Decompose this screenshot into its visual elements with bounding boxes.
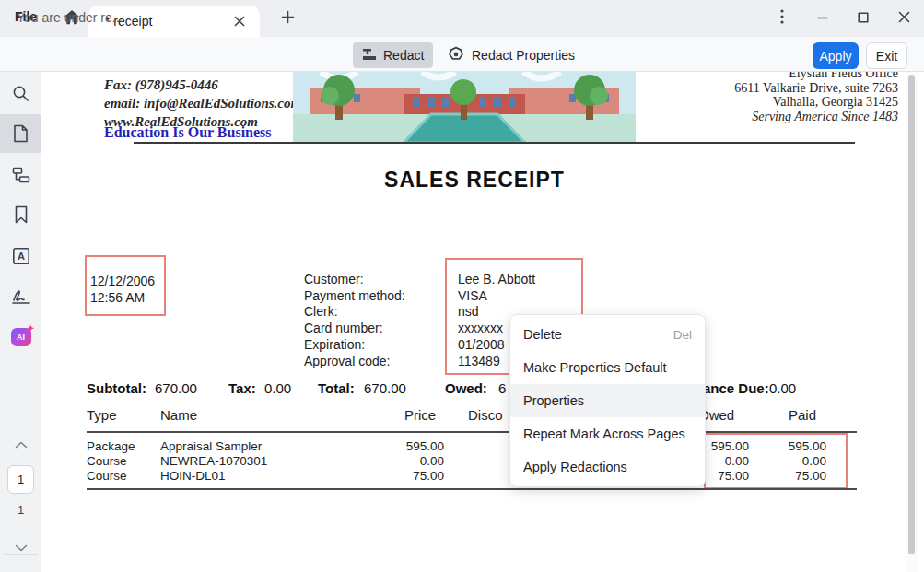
label-customer: Customer: [304, 272, 405, 288]
owed-value: 6 [498, 380, 506, 396]
sidebar-item-outline[interactable] [0, 159, 41, 191]
label-approval-code: Approval code: [304, 354, 405, 370]
row3-price: 75.00 [389, 469, 444, 483]
col-header-discount: Disco [468, 407, 503, 423]
label-clerk: Clerk: [304, 304, 405, 321]
receipt-address-block: Elysian Fields Office 6611 Valkarie Driv… [599, 72, 898, 123]
chevron-up-icon [15, 441, 28, 449]
address-city: Valhalla, Georgia 31425 [599, 95, 898, 110]
kebab-menu-icon [780, 9, 784, 28]
col-header-name: Name [160, 407, 197, 423]
tab-close-icon[interactable] [232, 14, 247, 29]
redact-tool-button[interactable]: Redact [353, 42, 433, 68]
minimize-icon [817, 10, 828, 27]
sidebar-item-ai-assistant[interactable]: AI ✦ [0, 321, 41, 353]
col-header-type: Type [87, 407, 117, 423]
previous-page-button[interactable] [0, 429, 41, 461]
next-page-button[interactable] [0, 532, 41, 564]
outline-icon [12, 167, 30, 183]
window-close-icon [898, 10, 910, 27]
row1-type: Package [87, 439, 135, 453]
row1-price: 595.00 [389, 439, 444, 453]
redaction-status-text: You are under re... [17, 10, 123, 25]
col-header-price: Price [404, 407, 436, 423]
total-value: 670.00 [364, 380, 406, 396]
owed-label: Owed: [445, 380, 487, 396]
row2-price: 0.00 [389, 454, 444, 468]
sidebar-item-signature[interactable] [0, 281, 41, 312]
sidebar-item-bookmarks[interactable] [0, 199, 41, 230]
menu-item-delete[interactable]: Delete Del [510, 318, 705, 351]
sidebar-item-pages[interactable] [0, 114, 41, 153]
menu-item-properties[interactable]: Properties [510, 384, 705, 417]
current-page-input[interactable]: 1 [7, 465, 34, 494]
window-controls [762, 0, 924, 37]
row2-type: Course [87, 454, 127, 468]
svg-text:A: A [18, 251, 25, 262]
window-close-button[interactable] [883, 0, 924, 37]
redact-properties-button[interactable]: Redact Properties [440, 42, 582, 68]
redact-properties-label: Redact Properties [472, 48, 575, 63]
value-customer: Lee B. Abbott [458, 272, 535, 288]
exit-button[interactable]: Exit [866, 42, 907, 69]
ai-assistant-icon: AI ✦ [11, 328, 31, 346]
menu-item-repeat-mark-label: Repeat Mark Across Pages [523, 426, 685, 441]
subtotal-label: Subtotal: [87, 380, 146, 396]
row2-name: NEWREA-1070301 [160, 454, 267, 468]
minimize-button[interactable] [802, 0, 843, 37]
col-header-paid: Paid [789, 407, 816, 423]
new-tab-button[interactable] [279, 10, 296, 27]
subtotal-value: 670.00 [155, 380, 197, 396]
menu-item-apply-redactions[interactable]: Apply Redactions [510, 450, 705, 484]
app-menu-button[interactable] [762, 0, 802, 37]
balance-due-label: ance Due: [703, 380, 769, 396]
menu-item-repeat-mark-across-pages[interactable]: Repeat Mark Across Pages [510, 417, 705, 450]
campus-illustration-image [293, 72, 636, 143]
maximize-button[interactable] [843, 0, 883, 37]
menu-item-delete-label: Delete [523, 327, 562, 342]
label-payment-method: Payment method: [304, 288, 405, 305]
redact-properties-icon [448, 46, 464, 65]
app-window: File * receipt [0, 0, 924, 572]
titlebar: File * receipt [0, 0, 924, 37]
address-office: Elysian Fields Office [599, 72, 898, 81]
menu-item-apply-redactions-label: Apply Redactions [523, 460, 627, 474]
address-street: 6611 Valkarie Drive, suite 7263 [599, 81, 898, 96]
redact-icon [362, 48, 377, 64]
chevron-down-icon [15, 544, 28, 552]
apply-button[interactable]: Apply [813, 42, 859, 69]
sparkle-icon: ✦ [27, 323, 34, 333]
row3-name: HOIN-DL01 [160, 469, 226, 483]
header-divider-line [134, 142, 855, 144]
sidebar-divider [4, 554, 38, 555]
sidebar-item-search[interactable] [0, 77, 41, 109]
page-thumbnails-icon [13, 124, 29, 143]
customer-field-labels: Customer: Payment method: Clerk: Card nu… [304, 272, 405, 369]
scrollbar-thumb[interactable] [908, 75, 915, 554]
bookmark-icon [14, 205, 29, 224]
receipt-date: 12/12/2006 [90, 273, 155, 289]
balance-due-value: 0.00 [769, 380, 796, 396]
sidebar-item-annotations[interactable]: A [0, 240, 41, 272]
total-pages-label: 1 [0, 503, 41, 517]
label-expiration: Expiration: [304, 337, 405, 354]
document-canvas[interactable]: Fax: (978)945-0446 email: info@RealEdSol… [41, 72, 924, 572]
row1-name: Appraisal Sampler [160, 439, 262, 453]
ai-badge-text: AI [17, 333, 25, 342]
menu-item-make-properties-default-label: Make Properties Default [523, 360, 667, 375]
contact-email: email: info@RealEdSolutions.com [104, 94, 301, 112]
tax-value: 0.00 [264, 380, 291, 396]
new-tab-icon [281, 10, 295, 28]
receipt-slogan: Education Is Our Business [104, 124, 272, 141]
menu-item-make-properties-default[interactable]: Make Properties Default [510, 351, 705, 384]
redaction-mark-amounts[interactable] [704, 433, 848, 489]
tax-label: Tax: [228, 380, 256, 396]
redact-tool-label: Redact [383, 48, 424, 63]
table-bottom-line [87, 488, 857, 490]
receipt-datetime: 12/12/2006 12:56 AM [90, 273, 155, 306]
row3-type: Course [87, 469, 127, 483]
annotation-icon: A [12, 247, 30, 265]
vertical-scrollbar[interactable] [906, 72, 918, 572]
left-sidebar: A AI ✦ 1 1 [0, 72, 41, 572]
signature-icon [11, 288, 31, 305]
